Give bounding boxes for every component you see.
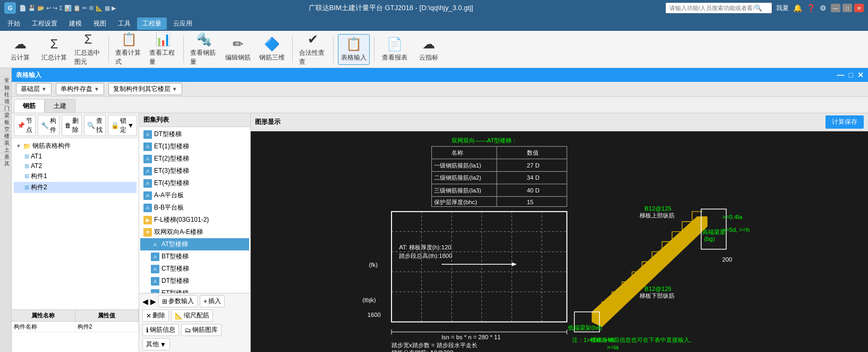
rebar-info-icon: ℹ <box>146 326 149 334</box>
svg-text:保护层厚度(bhc): 保护层厚度(bhc) <box>434 199 477 205</box>
toolbar-rebar-3d[interactable]: 🔷 钢筋三维 <box>256 34 288 65</box>
toolbar-summary-selected[interactable]: Σ 汇总选中图元 <box>72 34 104 65</box>
list-item-bb[interactable]: A B-B平台板 <box>140 202 249 214</box>
menu-tools[interactable]: 工具 <box>113 18 136 30</box>
nav-item-kong[interactable]: 空 <box>0 119 11 125</box>
nav-item-tu[interactable]: 土 <box>0 139 11 146</box>
menu-project-settings[interactable]: 工程设置 <box>27 18 63 30</box>
floor-selector[interactable]: 基础层 ▼ <box>16 83 52 95</box>
svg-text:>=5d, >=h: >=5d, >=h <box>722 227 750 233</box>
toolbar-summary-calc[interactable]: Σ 汇总计算 <box>38 34 70 65</box>
list-item-et1[interactable]: A ET(1)型楼梯 <box>140 140 249 153</box>
list-item-fl-folder[interactable]: ▶ F-L楼梯(03G101-2) <box>140 214 249 226</box>
dt-label: DT型楼梯 <box>154 130 182 139</box>
rebar-info-btn[interactable]: ℹ 钢筋信息 <box>142 324 179 336</box>
list-item-at[interactable]: A AT型楼梯 <box>140 238 249 250</box>
minimize-button[interactable]: — <box>831 4 840 12</box>
search-input[interactable] <box>669 5 754 11</box>
svg-text:名称: 名称 <box>452 149 463 156</box>
nav-item-qiang[interactable]: 墙 <box>0 91 11 98</box>
tree-at1-item[interactable]: ⊞ AT1 <box>14 152 137 161</box>
svg-text:(fk): (fk) <box>369 262 378 268</box>
help-icon[interactable]: ❓ <box>806 4 815 12</box>
nav-item-ji[interactable]: 基 <box>0 146 11 153</box>
toolbar-separator-5 <box>374 36 375 63</box>
single-component-save-btn[interactable]: 单构件存盘 ▼ <box>56 83 104 95</box>
del-btn[interactable]: ✕ 删除 <box>142 309 169 322</box>
list-item-ct[interactable]: A CT型楼梯 <box>140 263 249 275</box>
tree-node-btn[interactable]: 📌 节点 <box>14 115 36 136</box>
toolbar-edit-rebar[interactable]: ✏ 编辑钢筋 <box>222 34 254 65</box>
list-item-dt[interactable]: A DT型楼梯 <box>140 128 249 140</box>
tree-delete-btn[interactable]: 🗑 删除 <box>62 115 82 136</box>
settings-icon[interactable]: ⚙ <box>820 4 827 12</box>
scale-rebar-btn[interactable]: 📐 缩尺配筋 <box>171 309 213 322</box>
insert-btn[interactable]: + 插入 <box>200 295 225 307</box>
nav-right-icon[interactable]: ▶ <box>150 297 156 306</box>
list-item-et[interactable]: A ET型楼梯 <box>140 287 249 293</box>
menu-quantity[interactable]: 工程量 <box>137 18 167 30</box>
nav-item-ban[interactable]: 板 <box>0 112 11 119</box>
component-label: 构件 <box>50 116 56 135</box>
nav-item-men[interactable]: 门 <box>0 98 11 105</box>
toolbar-separator-2 <box>183 36 184 63</box>
toolbar-view-formula[interactable]: 📋 查看计算式 <box>113 34 145 65</box>
bell-icon[interactable]: 🔔 <box>793 4 802 12</box>
menu-view[interactable]: 视图 <box>88 18 112 30</box>
toolbar-cloud-calc[interactable]: ☁ 云计算 <box>4 34 36 65</box>
close-button[interactable]: ✕ <box>854 4 864 12</box>
dt2-image-icon: A <box>151 277 159 286</box>
list-item-bt[interactable]: A BT型楼梯 <box>140 250 249 263</box>
param-input-btn[interactable]: ⊞ 参数输入 <box>158 295 198 307</box>
nav-item-chang[interactable]: 常 <box>0 70 11 77</box>
toolbar-view-quantity[interactable]: 📊 查看工程量 <box>147 34 179 65</box>
svg-text:AT: 梯板厚度(h):120: AT: 梯板厚度(h):120 <box>399 244 451 250</box>
list-item-aa[interactable]: A A-A平台板 <box>140 189 249 202</box>
maximize-button[interactable]: □ <box>843 4 852 12</box>
list-item-et2[interactable]: A ET(2)型楼梯 <box>140 153 249 165</box>
root-expand-icon[interactable]: ▼ <box>16 143 21 149</box>
toolbar-view-rebar[interactable]: 🔩 查看钢筋量 <box>188 34 220 65</box>
tree-lock-btn[interactable]: 🔒 锁定 ▼ <box>108 115 137 136</box>
tree-at2-item[interactable]: ⊞ AT2 <box>14 161 137 171</box>
menu-cloud[interactable]: 云应用 <box>168 18 198 30</box>
nav-item-zhu[interactable]: 柱 <box>0 84 11 91</box>
rebar-library-btn[interactable]: 🗂 钢筋图库 <box>181 324 222 336</box>
copy-component-btn[interactable]: 复制构件到其它楼层 ▼ <box>108 83 182 95</box>
search-bar[interactable]: 🔍 <box>666 3 772 13</box>
calc-save-button[interactable]: 计算保存 <box>826 115 864 129</box>
dialog-minimize-button[interactable]: — <box>837 71 845 79</box>
nav-item-lou[interactable]: 楼 <box>0 125 11 132</box>
toolbar-cloud-index[interactable]: ☁ 云指标 <box>413 34 445 65</box>
tree-component-btn[interactable]: 🔧 构件 <box>38 115 59 136</box>
list-item-dual-folder[interactable]: ▼ 双网双向A-E楼梯 <box>140 226 249 238</box>
menu-start[interactable]: 开始 <box>2 18 25 30</box>
image-list-header: 图集列表 <box>139 113 250 127</box>
dual-folder-label: 双网双向A-E楼梯 <box>154 228 203 237</box>
dialog-close-button[interactable]: ✕ <box>857 71 864 79</box>
nav-item-liang[interactable]: 梁 <box>0 105 11 112</box>
menu-build[interactable]: 建模 <box>64 18 87 30</box>
list-item-et4[interactable]: A ET(4)型楼梯 <box>140 177 249 189</box>
svg-text:踏步段总高(th):1800: 踏步段总高(th):1800 <box>399 253 452 259</box>
list-item-dt2[interactable]: A DT型楼梯 <box>140 275 249 287</box>
list-item-et3[interactable]: A ET(3)型楼梯 <box>140 165 249 177</box>
tree-component1-item[interactable]: ⊞ 构件1 <box>14 171 137 182</box>
nav-item-zhuang[interactable]: 装 <box>0 132 11 139</box>
et4-label: ET(4)型楼梯 <box>154 179 189 188</box>
toolbar-legality-check[interactable]: ✔ 合法性查查 <box>297 34 329 65</box>
svg-text:15: 15 <box>527 199 534 205</box>
nav-item-qi[interactable]: 其 <box>0 153 11 160</box>
toolbar-table-input[interactable]: 📋 表格输入 <box>338 34 370 65</box>
nav-left-icon[interactable]: ◀ <box>142 297 148 306</box>
tab-civil[interactable]: 土建 <box>45 99 75 113</box>
image-list-content: A DT型楼梯 A ET(1)型楼梯 A ET(2)型楼梯 <box>139 127 250 293</box>
tree-search-btn[interactable]: 🔍 查找 <box>84 115 106 136</box>
other-btn[interactable]: 其他 ▼ <box>142 338 170 350</box>
nav-item-zhou[interactable]: 轴 <box>0 77 11 84</box>
tree-component2-item[interactable]: ⊞ 构件2 <box>14 182 137 193</box>
tab-rebar[interactable]: 钢筋 <box>14 99 45 113</box>
dialog-maximize-button[interactable]: □ <box>849 71 853 79</box>
toolbar-view-report[interactable]: 📄 查看报表 <box>379 34 411 65</box>
tree-root-item[interactable]: ▼ 📁 钢筋表格构件 <box>14 140 137 152</box>
